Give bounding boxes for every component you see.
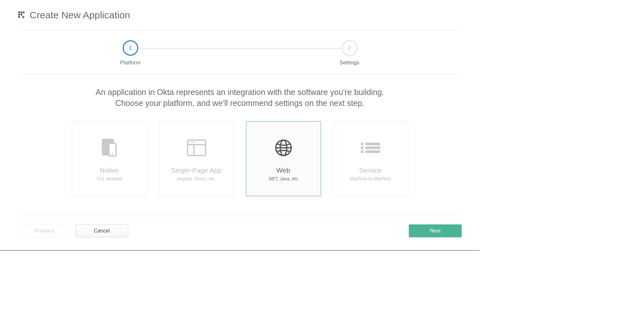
card-title: Single-Page App: [171, 166, 221, 174]
svg-rect-3: [18, 14, 20, 15]
wizard-footer: Previous Cancel Next: [18, 216, 462, 237]
platform-cards: Native iOS, Android Single-Page App Angu…: [18, 121, 462, 196]
globe-icon: [274, 136, 293, 159]
page-title: Create New Application: [30, 10, 130, 21]
card-sub: iOS, Android: [97, 176, 122, 181]
svg-rect-4: [21, 14, 22, 15]
svg-point-14: [194, 142, 195, 143]
svg-rect-2: [23, 12, 24, 13]
platform-card-web[interactable]: Web .NET, Java, etc.: [246, 121, 321, 196]
card-title: Service: [359, 166, 381, 174]
step-connector: [150, 40, 330, 48]
apps-grid-plus-icon: [18, 11, 26, 19]
step-platform: 1 Platform: [111, 40, 150, 66]
svg-rect-5: [18, 16, 20, 18]
devices-icon: [99, 136, 120, 159]
next-button[interactable]: Next: [409, 224, 462, 237]
platform-card-spa[interactable]: Single-Page App Angular, React, etc.: [159, 121, 234, 196]
intro-line-2: Choose your platform, and we'll recommen…: [63, 98, 417, 109]
wizard-stepper: 1 Platform 2 Settings: [18, 31, 462, 75]
cancel-button[interactable]: Cancel: [75, 224, 128, 237]
card-title: Web: [276, 166, 290, 174]
svg-point-13: [192, 142, 193, 143]
card-sub: Angular, React, etc.: [177, 176, 216, 181]
step-circle: 1: [123, 40, 138, 56]
platform-card-native[interactable]: Native iOS, Android: [72, 121, 147, 196]
intro-text: An application in Okta represents an int…: [63, 87, 417, 109]
step-label: Platform: [120, 60, 140, 66]
intro-line-1: An application in Okta represents an int…: [63, 87, 417, 98]
card-title: Native: [100, 166, 119, 174]
platform-card-service[interactable]: Service Machine-to-Machine: [333, 121, 408, 196]
card-sub: Machine-to-Machine: [350, 176, 391, 181]
server-icon: [361, 136, 380, 159]
svg-rect-1: [21, 12, 22, 13]
previous-button: Previous: [18, 224, 71, 237]
step-circle: 2: [342, 40, 357, 56]
step-settings: 2 Settings: [330, 40, 369, 66]
svg-rect-0: [18, 12, 20, 13]
card-sub: .NET, Java, etc.: [267, 176, 299, 181]
page-header: Create New Application: [18, 10, 462, 31]
browser-layout-icon: [187, 136, 206, 159]
step-label: Settings: [340, 60, 359, 66]
svg-point-12: [189, 142, 191, 143]
svg-point-8: [111, 153, 113, 155]
